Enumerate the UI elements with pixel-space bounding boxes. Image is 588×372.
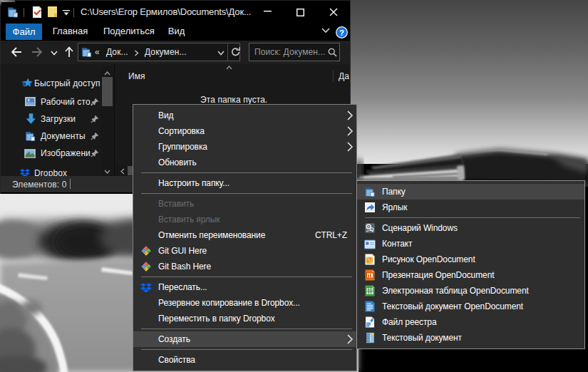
- svg-text:?: ?: [339, 29, 344, 37]
